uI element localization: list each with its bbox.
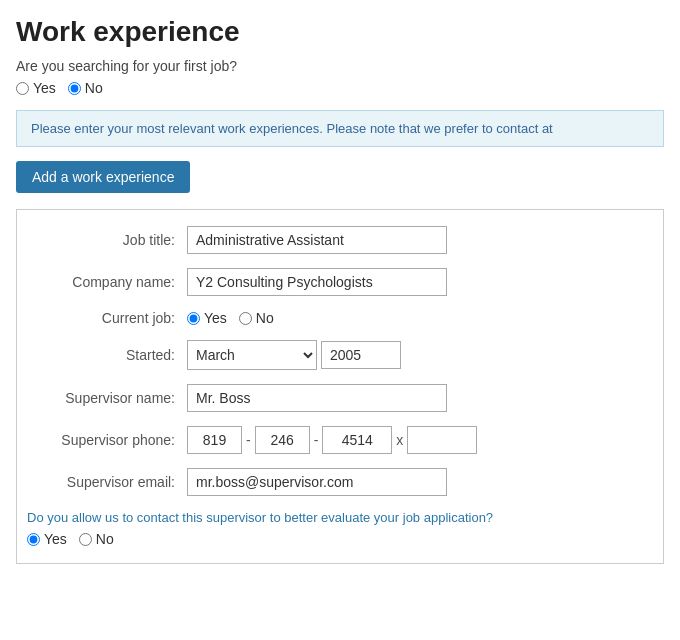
contact-no-label[interactable]: No	[79, 531, 114, 547]
first-job-yes-label[interactable]: Yes	[16, 80, 56, 96]
phone-dash-1: -	[246, 432, 251, 448]
started-year-input[interactable]	[321, 341, 401, 369]
current-job-yes-label[interactable]: Yes	[187, 310, 227, 326]
current-job-radio-group: Yes No	[187, 310, 274, 326]
supervisor-name-row: Supervisor name:	[27, 384, 643, 412]
supervisor-email-row: Supervisor email:	[27, 468, 643, 496]
supervisor-email-input[interactable]	[187, 468, 447, 496]
started-row: Started: JanuaryFebruaryMarchAprilMayJun…	[27, 340, 643, 370]
supervisor-name-input[interactable]	[187, 384, 447, 412]
contact-no-text: No	[96, 531, 114, 547]
job-title-row: Job title:	[27, 226, 643, 254]
add-work-experience-button[interactable]: Add a work experience	[16, 161, 190, 193]
phone-group: - - x	[187, 426, 477, 454]
phone-dash-2: -	[314, 432, 319, 448]
company-name-row: Company name:	[27, 268, 643, 296]
current-job-no-text: No	[256, 310, 274, 326]
phone-x-label: x	[396, 432, 403, 448]
page-title: Work experience	[16, 16, 664, 48]
info-message: Please enter your most relevant work exp…	[16, 110, 664, 147]
first-job-question: Are you searching for your first job?	[16, 58, 664, 74]
current-job-row: Current job: Yes No	[27, 310, 643, 326]
first-job-yes-text: Yes	[33, 80, 56, 96]
current-job-yes-text: Yes	[204, 310, 227, 326]
job-title-input[interactable]	[187, 226, 447, 254]
started-month-select[interactable]: JanuaryFebruaryMarchAprilMayJuneJulyAugu…	[187, 340, 317, 370]
first-job-radio-group: Yes No	[16, 80, 664, 96]
contact-no-radio[interactable]	[79, 533, 92, 546]
first-job-yes-radio[interactable]	[16, 82, 29, 95]
contact-yes-text: Yes	[44, 531, 67, 547]
supervisor-name-label: Supervisor name:	[27, 390, 187, 406]
started-label: Started:	[27, 347, 187, 363]
first-job-no-text: No	[85, 80, 103, 96]
experience-card: Job title: Company name: Current job: Ye…	[16, 209, 664, 564]
company-name-input[interactable]	[187, 268, 447, 296]
supervisor-phone-row: Supervisor phone: - - x	[27, 426, 643, 454]
current-job-no-label[interactable]: No	[239, 310, 274, 326]
first-job-no-label[interactable]: No	[68, 80, 103, 96]
contact-radio-group: Yes No	[27, 531, 643, 547]
contact-yes-radio[interactable]	[27, 533, 40, 546]
job-title-label: Job title:	[27, 232, 187, 248]
company-name-label: Company name:	[27, 274, 187, 290]
phone-part1-input[interactable]	[187, 426, 242, 454]
contact-yes-label[interactable]: Yes	[27, 531, 67, 547]
contact-question: Do you allow us to contact this supervis…	[27, 510, 643, 525]
phone-part2-input[interactable]	[255, 426, 310, 454]
current-job-label: Current job:	[27, 310, 187, 326]
phone-ext-input[interactable]	[407, 426, 477, 454]
current-job-yes-radio[interactable]	[187, 312, 200, 325]
first-job-no-radio[interactable]	[68, 82, 81, 95]
current-job-no-radio[interactable]	[239, 312, 252, 325]
supervisor-email-label: Supervisor email:	[27, 474, 187, 490]
supervisor-phone-label: Supervisor phone:	[27, 432, 187, 448]
phone-part3-input[interactable]	[322, 426, 392, 454]
